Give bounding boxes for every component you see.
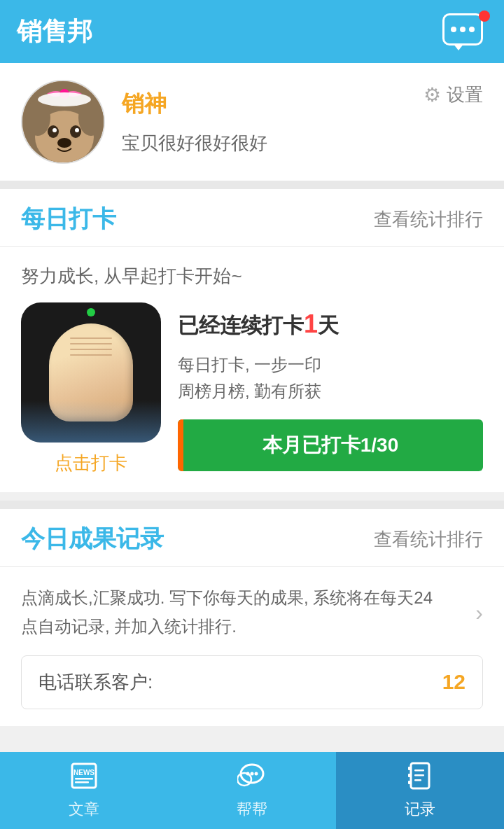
- checkin-btn-label: 本月已打卡1/30: [195, 432, 466, 459]
- chat-dots: [451, 27, 475, 32]
- profile-section: 销神 宝贝很好很好很好 ⚙ 设置: [0, 63, 504, 181]
- news-icon: NEWS: [69, 761, 99, 795]
- notebook-icon: [405, 761, 435, 795]
- chat-bubble-icon: [442, 13, 483, 46]
- streak-text: 已经连续打卡1天: [178, 309, 483, 340]
- phone-label: 电话联系客户:: [38, 670, 153, 695]
- fingerprint-button[interactable]: [21, 302, 161, 443]
- record-desc[interactable]: 点滴成长,汇聚成功. 写下你每天的成果, 系统将在每天24点自动记录, 并加入统…: [21, 584, 483, 641]
- svg-rect-14: [75, 781, 89, 783]
- svg-point-6: [52, 128, 57, 132]
- app-title: 销售邦: [17, 15, 92, 49]
- checkin-stats-link[interactable]: 查看统计排行: [374, 207, 483, 232]
- settings-button[interactable]: ⚙ 设置: [424, 83, 483, 107]
- svg-rect-26: [414, 779, 421, 781]
- svg-point-3: [78, 99, 104, 136]
- checkin-content: 点击打卡 已经连续打卡1天 每日打卡, 一步一印 周榜月榜, 勤有所获 本月已打…: [21, 302, 483, 475]
- chat-button[interactable]: [442, 13, 487, 50]
- avatar: [21, 80, 105, 164]
- finger-line-1: [70, 337, 112, 339]
- nav-label-articles: 文章: [69, 799, 99, 820]
- svg-rect-21: [408, 767, 412, 770]
- nav-label-records: 记录: [405, 799, 435, 820]
- svg-text:NEWS: NEWS: [74, 769, 94, 776]
- checkin-subtitle: 努力成长, 从早起打卡开始~: [21, 264, 483, 288]
- checkin-desc-line1: 每日打卡, 一步一印: [178, 355, 321, 374]
- today-record-section: 今日成果记录 查看统计排行 点滴成长,汇聚成功. 写下你每天的成果, 系统将在每…: [0, 509, 504, 726]
- checkin-desc-line2: 周榜月榜, 勤有所获: [178, 382, 321, 400]
- profile-info: 销神 宝贝很好很好很好: [122, 89, 407, 155]
- checkin-month-button[interactable]: 本月已打卡1/30: [178, 419, 483, 471]
- app-header: 销售邦: [0, 0, 504, 63]
- record-header: 今日成果记录 查看统计排行: [0, 509, 504, 567]
- record-body: 点滴成长,汇聚成功. 写下你每天的成果, 系统将在每天24点自动记录, 并加入统…: [0, 567, 504, 726]
- svg-point-8: [57, 138, 71, 148]
- record-stats-link[interactable]: 查看统计排行: [374, 527, 483, 552]
- chat-dot-2: [460, 27, 465, 32]
- streak-prefix: 已经连续打卡: [178, 314, 304, 337]
- checkin-desc: 每日打卡, 一步一印 周榜月榜, 勤有所获: [178, 351, 483, 405]
- nav-item-records[interactable]: 记录: [336, 752, 504, 829]
- svg-point-7: [75, 128, 79, 132]
- section-divider-2: [0, 501, 504, 509]
- svg-point-17: [246, 772, 250, 776]
- nav-label-help: 帮帮: [237, 799, 267, 820]
- chat-dot-1: [451, 27, 456, 32]
- finger-line-4: [70, 354, 112, 356]
- scanner-glow: [21, 400, 161, 443]
- chat-icon: [237, 761, 267, 795]
- section-divider-1: [0, 181, 504, 189]
- record-desc-text: 点滴成长,汇聚成功. 写下你每天的成果, 系统将在每天24点自动记录, 并加入统…: [21, 588, 433, 636]
- bottom-navigation: NEWS 文章 帮帮: [0, 752, 504, 829]
- checkin-body: 努力成长, 从早起打卡开始~ 点击打卡: [0, 247, 504, 492]
- profile-bio: 宝贝很好很好很好: [122, 131, 407, 155]
- nav-item-articles[interactable]: NEWS 文章: [0, 752, 168, 829]
- avatar-image: [22, 81, 104, 162]
- profile-name: 销神: [122, 89, 407, 120]
- svg-point-18: [251, 772, 254, 776]
- streak-suffix: 天: [318, 314, 339, 337]
- phone-value: 12: [442, 670, 465, 694]
- svg-rect-23: [408, 781, 412, 784]
- checkin-header: 每日打卡 查看统计排行: [0, 189, 504, 247]
- finger-line-3: [70, 349, 112, 350]
- chat-dot-3: [469, 27, 475, 32]
- notification-badge: [479, 11, 490, 22]
- finger-line-2: [70, 343, 112, 344]
- finger-lines: [70, 337, 112, 356]
- svg-rect-13: [75, 778, 93, 780]
- svg-point-2: [25, 99, 50, 136]
- avatar-svg: [22, 81, 104, 162]
- svg-rect-25: [414, 774, 424, 776]
- svg-point-10: [38, 92, 91, 106]
- svg-point-19: [255, 772, 258, 776]
- nav-item-help[interactable]: 帮帮: [168, 752, 336, 829]
- streak-number: 1: [304, 309, 318, 338]
- daily-checkin-section: 每日打卡 查看统计排行 努力成长, 从早起打卡开始~ 点击: [0, 189, 504, 492]
- record-title: 今日成果记录: [21, 523, 164, 555]
- checkin-title: 每日打卡: [21, 203, 116, 235]
- chevron-right-icon: ›: [475, 594, 483, 632]
- settings-label: 设置: [447, 83, 483, 107]
- gear-icon: ⚙: [424, 83, 441, 106]
- fingerprint-container: 点击打卡: [21, 302, 161, 475]
- svg-rect-24: [414, 769, 424, 772]
- checkin-info: 已经连续打卡1天 每日打卡, 一步一印 周榜月榜, 勤有所获 本月已打卡1/30: [178, 302, 483, 471]
- svg-rect-22: [408, 774, 412, 777]
- record-item-phone[interactable]: 电话联系客户: 12: [21, 655, 483, 709]
- checkin-click-label[interactable]: 点击打卡: [55, 451, 127, 475]
